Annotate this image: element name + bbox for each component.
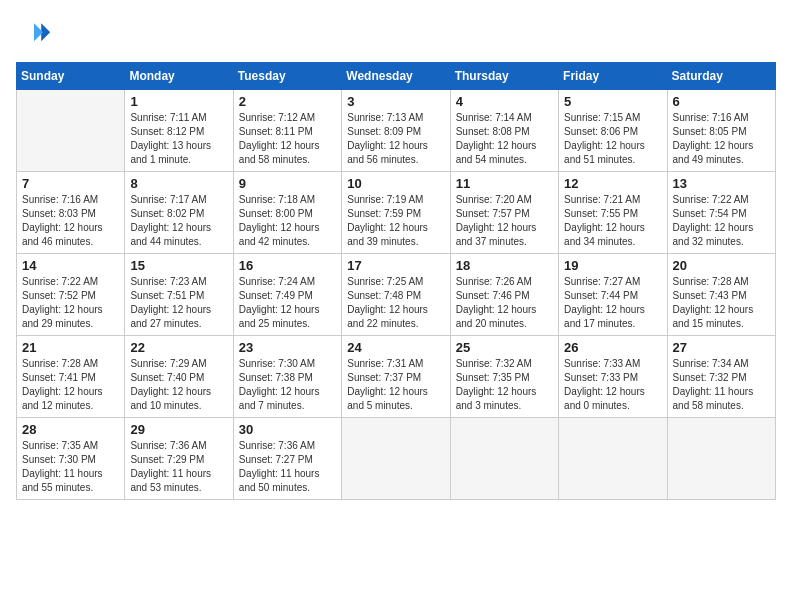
day-header-sunday: Sunday (17, 63, 125, 90)
week-row-1: 1Sunrise: 7:11 AMSunset: 8:12 PMDaylight… (17, 90, 776, 172)
day-info: Sunrise: 7:36 AMSunset: 7:27 PMDaylight:… (239, 439, 336, 495)
day-header-thursday: Thursday (450, 63, 558, 90)
day-info: Sunrise: 7:21 AMSunset: 7:55 PMDaylight:… (564, 193, 661, 249)
week-row-4: 21Sunrise: 7:28 AMSunset: 7:41 PMDayligh… (17, 336, 776, 418)
day-number: 7 (22, 176, 119, 191)
calendar-cell (17, 90, 125, 172)
day-info: Sunrise: 7:15 AMSunset: 8:06 PMDaylight:… (564, 111, 661, 167)
calendar-cell: 10Sunrise: 7:19 AMSunset: 7:59 PMDayligh… (342, 172, 450, 254)
week-row-5: 28Sunrise: 7:35 AMSunset: 7:30 PMDayligh… (17, 418, 776, 500)
day-number: 17 (347, 258, 444, 273)
calendar-cell: 16Sunrise: 7:24 AMSunset: 7:49 PMDayligh… (233, 254, 341, 336)
calendar-cell: 19Sunrise: 7:27 AMSunset: 7:44 PMDayligh… (559, 254, 667, 336)
day-info: Sunrise: 7:33 AMSunset: 7:33 PMDaylight:… (564, 357, 661, 413)
day-info: Sunrise: 7:22 AMSunset: 7:54 PMDaylight:… (673, 193, 770, 249)
calendar-cell (559, 418, 667, 500)
day-number: 24 (347, 340, 444, 355)
day-number: 19 (564, 258, 661, 273)
day-number: 1 (130, 94, 227, 109)
calendar-cell: 20Sunrise: 7:28 AMSunset: 7:43 PMDayligh… (667, 254, 775, 336)
day-info: Sunrise: 7:20 AMSunset: 7:57 PMDaylight:… (456, 193, 553, 249)
day-number: 4 (456, 94, 553, 109)
calendar-cell (450, 418, 558, 500)
day-header-wednesday: Wednesday (342, 63, 450, 90)
day-number: 10 (347, 176, 444, 191)
day-info: Sunrise: 7:11 AMSunset: 8:12 PMDaylight:… (130, 111, 227, 167)
calendar-cell: 18Sunrise: 7:26 AMSunset: 7:46 PMDayligh… (450, 254, 558, 336)
day-info: Sunrise: 7:30 AMSunset: 7:38 PMDaylight:… (239, 357, 336, 413)
calendar-cell: 6Sunrise: 7:16 AMSunset: 8:05 PMDaylight… (667, 90, 775, 172)
day-header-friday: Friday (559, 63, 667, 90)
calendar-cell: 5Sunrise: 7:15 AMSunset: 8:06 PMDaylight… (559, 90, 667, 172)
day-info: Sunrise: 7:35 AMSunset: 7:30 PMDaylight:… (22, 439, 119, 495)
day-info: Sunrise: 7:27 AMSunset: 7:44 PMDaylight:… (564, 275, 661, 331)
day-info: Sunrise: 7:25 AMSunset: 7:48 PMDaylight:… (347, 275, 444, 331)
calendar-cell: 2Sunrise: 7:12 AMSunset: 8:11 PMDaylight… (233, 90, 341, 172)
calendar-cell: 9Sunrise: 7:18 AMSunset: 8:00 PMDaylight… (233, 172, 341, 254)
logo (16, 16, 56, 52)
calendar-cell: 17Sunrise: 7:25 AMSunset: 7:48 PMDayligh… (342, 254, 450, 336)
calendar-cell: 12Sunrise: 7:21 AMSunset: 7:55 PMDayligh… (559, 172, 667, 254)
day-number: 27 (673, 340, 770, 355)
calendar-cell: 26Sunrise: 7:33 AMSunset: 7:33 PMDayligh… (559, 336, 667, 418)
calendar-cell (342, 418, 450, 500)
day-header-monday: Monday (125, 63, 233, 90)
day-info: Sunrise: 7:17 AMSunset: 8:02 PMDaylight:… (130, 193, 227, 249)
day-header-tuesday: Tuesday (233, 63, 341, 90)
calendar-cell: 3Sunrise: 7:13 AMSunset: 8:09 PMDaylight… (342, 90, 450, 172)
logo-icon (16, 16, 52, 52)
day-number: 15 (130, 258, 227, 273)
day-info: Sunrise: 7:23 AMSunset: 7:51 PMDaylight:… (130, 275, 227, 331)
calendar-cell: 27Sunrise: 7:34 AMSunset: 7:32 PMDayligh… (667, 336, 775, 418)
calendar-cell: 11Sunrise: 7:20 AMSunset: 7:57 PMDayligh… (450, 172, 558, 254)
calendar-cell: 4Sunrise: 7:14 AMSunset: 8:08 PMDaylight… (450, 90, 558, 172)
calendar-cell: 21Sunrise: 7:28 AMSunset: 7:41 PMDayligh… (17, 336, 125, 418)
day-info: Sunrise: 7:18 AMSunset: 8:00 PMDaylight:… (239, 193, 336, 249)
day-number: 14 (22, 258, 119, 273)
day-info: Sunrise: 7:34 AMSunset: 7:32 PMDaylight:… (673, 357, 770, 413)
day-number: 5 (564, 94, 661, 109)
calendar-cell: 22Sunrise: 7:29 AMSunset: 7:40 PMDayligh… (125, 336, 233, 418)
day-number: 2 (239, 94, 336, 109)
day-number: 29 (130, 422, 227, 437)
day-number: 3 (347, 94, 444, 109)
day-number: 26 (564, 340, 661, 355)
week-row-2: 7Sunrise: 7:16 AMSunset: 8:03 PMDaylight… (17, 172, 776, 254)
calendar-cell: 1Sunrise: 7:11 AMSunset: 8:12 PMDaylight… (125, 90, 233, 172)
day-info: Sunrise: 7:14 AMSunset: 8:08 PMDaylight:… (456, 111, 553, 167)
page-header (16, 16, 776, 52)
day-number: 8 (130, 176, 227, 191)
calendar-cell: 7Sunrise: 7:16 AMSunset: 8:03 PMDaylight… (17, 172, 125, 254)
day-info: Sunrise: 7:16 AMSunset: 8:03 PMDaylight:… (22, 193, 119, 249)
day-info: Sunrise: 7:22 AMSunset: 7:52 PMDaylight:… (22, 275, 119, 331)
calendar-cell: 25Sunrise: 7:32 AMSunset: 7:35 PMDayligh… (450, 336, 558, 418)
calendar-cell: 23Sunrise: 7:30 AMSunset: 7:38 PMDayligh… (233, 336, 341, 418)
calendar-cell: 14Sunrise: 7:22 AMSunset: 7:52 PMDayligh… (17, 254, 125, 336)
day-number: 22 (130, 340, 227, 355)
day-number: 6 (673, 94, 770, 109)
day-number: 9 (239, 176, 336, 191)
day-number: 23 (239, 340, 336, 355)
day-info: Sunrise: 7:16 AMSunset: 8:05 PMDaylight:… (673, 111, 770, 167)
day-number: 13 (673, 176, 770, 191)
day-number: 25 (456, 340, 553, 355)
day-info: Sunrise: 7:31 AMSunset: 7:37 PMDaylight:… (347, 357, 444, 413)
day-info: Sunrise: 7:28 AMSunset: 7:43 PMDaylight:… (673, 275, 770, 331)
calendar-table: SundayMondayTuesdayWednesdayThursdayFrid… (16, 62, 776, 500)
day-header-saturday: Saturday (667, 63, 775, 90)
day-info: Sunrise: 7:36 AMSunset: 7:29 PMDaylight:… (130, 439, 227, 495)
calendar-cell: 29Sunrise: 7:36 AMSunset: 7:29 PMDayligh… (125, 418, 233, 500)
day-number: 21 (22, 340, 119, 355)
day-info: Sunrise: 7:26 AMSunset: 7:46 PMDaylight:… (456, 275, 553, 331)
day-number: 28 (22, 422, 119, 437)
calendar-cell (667, 418, 775, 500)
day-number: 30 (239, 422, 336, 437)
day-info: Sunrise: 7:28 AMSunset: 7:41 PMDaylight:… (22, 357, 119, 413)
day-info: Sunrise: 7:32 AMSunset: 7:35 PMDaylight:… (456, 357, 553, 413)
calendar-cell: 13Sunrise: 7:22 AMSunset: 7:54 PMDayligh… (667, 172, 775, 254)
day-info: Sunrise: 7:13 AMSunset: 8:09 PMDaylight:… (347, 111, 444, 167)
day-number: 20 (673, 258, 770, 273)
calendar-cell: 24Sunrise: 7:31 AMSunset: 7:37 PMDayligh… (342, 336, 450, 418)
day-info: Sunrise: 7:12 AMSunset: 8:11 PMDaylight:… (239, 111, 336, 167)
calendar-cell: 30Sunrise: 7:36 AMSunset: 7:27 PMDayligh… (233, 418, 341, 500)
